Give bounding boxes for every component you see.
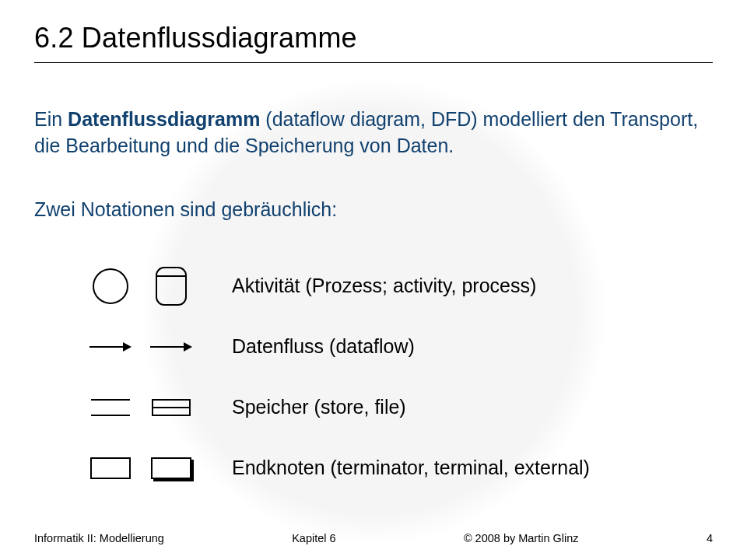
footer: Informatik II: Modellierung Kapitel 6 © … — [34, 532, 713, 544]
activity-circle-icon — [93, 268, 128, 304]
label-store: Speicher (store, file) — [232, 394, 590, 421]
store-open-icon — [91, 399, 130, 416]
intro-prefix: Ein — [34, 108, 68, 130]
intro-term: Datenflussdiagramm — [68, 108, 260, 130]
notation-labels: Aktivität (Prozess; activity, process) D… — [216, 264, 590, 490]
title-divider — [34, 62, 713, 63]
footer-left: Informatik II: Modellierung — [34, 532, 164, 544]
label-terminator: Endknoten (terminator, terminal, externa… — [232, 455, 590, 481]
label-activity: Aktivität (Prozess; activity, process) — [232, 273, 590, 299]
symbol-grid — [89, 264, 193, 490]
terminator-rect-shadow-icon — [151, 457, 191, 479]
footer-page: 4 — [707, 532, 713, 544]
intro-paragraph: Ein Datenflussdiagramm (dataflow diagram… — [34, 107, 713, 159]
footer-center: Kapitel 6 — [292, 532, 335, 544]
label-dataflow: Datenfluss (dataflow) — [232, 334, 590, 360]
body-text: Ein Datenflussdiagramm (dataflow diagram… — [34, 107, 713, 490]
terminator-rect-icon — [90, 457, 131, 479]
dataflow-arrow-icon — [150, 339, 192, 355]
dataflow-arrow-icon — [89, 339, 132, 355]
store-closed-icon — [152, 399, 191, 416]
activity-roundrect-icon — [156, 267, 187, 306]
page-title: 6.2 Datenflussdiagramme — [34, 22, 713, 54]
notation-area: Aktivität (Prozess; activity, process) D… — [89, 264, 713, 490]
slide: 6.2 Datenflussdiagramme Ein Datenflussdi… — [0, 0, 747, 560]
notations-intro: Zwei Notationen sind gebräuchlich: — [34, 197, 713, 223]
footer-right: © 2008 by Martin Glinz — [464, 532, 579, 544]
